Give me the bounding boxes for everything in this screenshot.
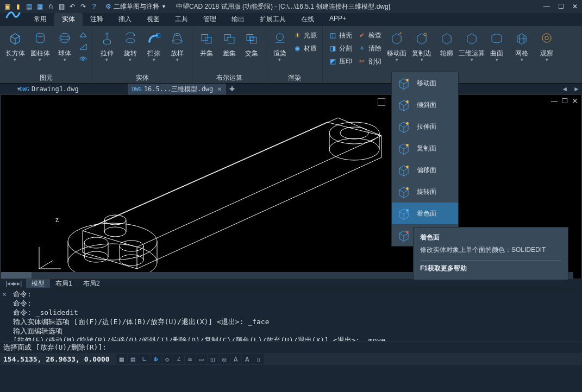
menu-tab-2[interactable]: 注释: [83, 13, 111, 26]
doctab-model[interactable]: DWG 16.5...三维模型.dwg ×: [128, 84, 226, 94]
command-history[interactable]: ✕ 命令:命令:命令: _solidedit输入实体编辑选项 [面(F)/边(E…: [0, 288, 582, 341]
silhouette-button[interactable]: 轮廓: [435, 27, 459, 58]
union-button[interactable]: 并集: [196, 27, 217, 58]
command-input[interactable]: 选择面或 [放弃(U)/删除(R)]:: [0, 341, 582, 353]
surface-button[interactable]: 曲面▾: [485, 27, 509, 62]
render-button[interactable]: 渲染▾: [270, 27, 290, 62]
menu-tab-4[interactable]: 视图: [139, 13, 167, 26]
mdi-close-button[interactable]: ✕: [572, 97, 578, 105]
copyedge-button[interactable]: 复制边▾: [410, 27, 434, 62]
doctab-scroll-right[interactable]: ►: [571, 85, 582, 93]
model-toggle[interactable]: ◫: [208, 354, 218, 364]
mdi-restore-button[interactable]: ❐: [562, 97, 568, 105]
osnap-toggle[interactable]: ◇: [162, 354, 173, 364]
menu-tab-7[interactable]: 输出: [224, 13, 252, 26]
close-button[interactable]: ✕: [568, 0, 582, 13]
dyn-toggle[interactable]: ▭: [196, 354, 207, 364]
cube-icon: [396, 162, 411, 178]
layout-tab-2[interactable]: 布局2: [78, 279, 105, 288]
mesh-button[interactable]: 网格▾: [510, 27, 534, 62]
wedge-icon[interactable]: [79, 42, 87, 51]
loft-button[interactable]: 放样▾: [166, 27, 189, 62]
shell-button[interactable]: ◫抽壳: [326, 29, 354, 41]
3dop-button[interactable]: 三维运算▾: [460, 27, 484, 62]
mdi-minimize-button[interactable]: —: [551, 97, 558, 105]
view-cube[interactable]: [378, 98, 385, 106]
cmd-line: 命令: _solidedit: [13, 308, 579, 317]
light-button[interactable]: ☀光源: [291, 29, 319, 41]
polar-toggle[interactable]: ⊕: [151, 354, 161, 364]
grid-toggle[interactable]: ▤: [128, 354, 139, 364]
ribbon-tabs: 常用实体注释插入视图工具管理输出扩展工具在线APP+: [26, 13, 354, 26]
cycle-toggle[interactable]: ◎: [219, 354, 230, 364]
menu-tab-5[interactable]: 工具: [167, 13, 196, 26]
close-tab-icon[interactable]: ×: [217, 85, 221, 93]
split-button[interactable]: ◨分割: [326, 42, 354, 54]
face-menu-copy[interactable]: 复制面: [392, 137, 458, 159]
menu-tab-6[interactable]: 管理: [196, 13, 224, 26]
annoscale-toggle[interactable]: A: [230, 354, 241, 364]
menu-tab-3[interactable]: 插入: [111, 13, 139, 26]
torus-icon[interactable]: [79, 54, 87, 63]
ortho-toggle[interactable]: ∟: [139, 354, 150, 364]
layout-first-icon[interactable]: |◂: [5, 280, 10, 287]
cmd-line: 输入面编辑选项: [13, 326, 579, 336]
check-button[interactable]: ✔检查: [355, 29, 384, 41]
doctab-dropdown[interactable]: ▼: [16, 86, 21, 92]
svg-point-31: [406, 79, 409, 81]
imprint-button[interactable]: ◩压印: [326, 55, 354, 67]
otrack-toggle[interactable]: ∠: [173, 354, 184, 364]
extrude-button[interactable]: 拉伸▾: [96, 27, 118, 62]
revolve-button[interactable]: 旋转▾: [119, 27, 141, 62]
doctab-scroll-left[interactable]: ◄: [559, 85, 570, 93]
subtract-button[interactable]: 差集: [218, 27, 240, 58]
annovis-toggle[interactable]: A: [242, 354, 253, 364]
layout-tab-0[interactable]: 模型: [26, 279, 50, 288]
app-logo[interactable]: [0, 4, 26, 26]
workspace-dropdown[interactable]: ⚙ 二维草图与注释 ▼: [105, 2, 166, 11]
svg-text:Z: Z: [55, 217, 59, 223]
saveall-icon[interactable]: ▦: [35, 2, 45, 11]
snap-toggle[interactable]: ▦: [116, 354, 127, 364]
layout-tab-1[interactable]: 布局1: [50, 279, 78, 288]
svg-rect-9: [202, 35, 208, 41]
cylinder-button[interactable]: 圆柱体▾: [28, 27, 52, 62]
print-icon[interactable]: ⎙: [46, 2, 55, 11]
material-button[interactable]: ◉材质: [291, 42, 319, 54]
help-icon[interactable]: ?: [89, 2, 99, 11]
redo-icon[interactable]: ↷: [78, 2, 88, 11]
face-menu-color[interactable]: 着色面: [392, 203, 458, 224]
view-button[interactable]: 观察▾: [535, 27, 559, 62]
minimize-button[interactable]: —: [540, 0, 554, 13]
maximize-button[interactable]: ☐: [554, 0, 568, 13]
sweep-button[interactable]: 扫掠▾: [143, 27, 165, 62]
face-menu-taper[interactable]: 倾斜面: [392, 94, 458, 116]
layout-last-icon[interactable]: ▸|: [17, 280, 22, 287]
extra-toggle[interactable]: ▯: [253, 354, 264, 364]
svg-point-36: [406, 187, 409, 190]
menu-tab-9[interactable]: 在线: [293, 13, 322, 26]
section-button[interactable]: ✂剖切: [355, 55, 384, 67]
new-tab-button[interactable]: ✚: [227, 85, 237, 93]
menu-tab-1[interactable]: 实体: [54, 13, 83, 26]
menu-tab-8[interactable]: 扩展工具: [252, 13, 293, 26]
pin-icon[interactable]: ✕: [2, 289, 7, 299]
face-menu-extrude[interactable]: 拉伸面: [392, 116, 458, 137]
shell-icon: ◫: [328, 31, 337, 40]
sphere-button[interactable]: 球体▾: [53, 27, 77, 62]
clean-button[interactable]: ✧清除: [355, 42, 384, 54]
face-menu-rotate[interactable]: 旋转面: [392, 181, 458, 203]
preview-icon[interactable]: ▥: [57, 2, 66, 11]
face-menu-move[interactable]: 移动面: [392, 72, 458, 94]
box-button[interactable]: 长方体▾: [3, 27, 27, 62]
menu-tab-0[interactable]: 常用: [26, 13, 54, 26]
face-menu-offset[interactable]: 偏移面: [392, 159, 458, 181]
undo-icon[interactable]: ↶: [67, 2, 77, 11]
intersect-button[interactable]: 交集: [241, 27, 262, 58]
doctab-drawing1[interactable]: DWG Drawing1.dwg: [15, 84, 83, 94]
wireframe-drawing: Z: [23, 106, 403, 274]
lwt-toggle[interactable]: ≡: [185, 354, 196, 364]
moveface-button[interactable]: 移动面▾: [385, 27, 409, 62]
menu-tab-10[interactable]: APP+: [322, 13, 354, 26]
polysolid-icon[interactable]: [79, 30, 87, 39]
